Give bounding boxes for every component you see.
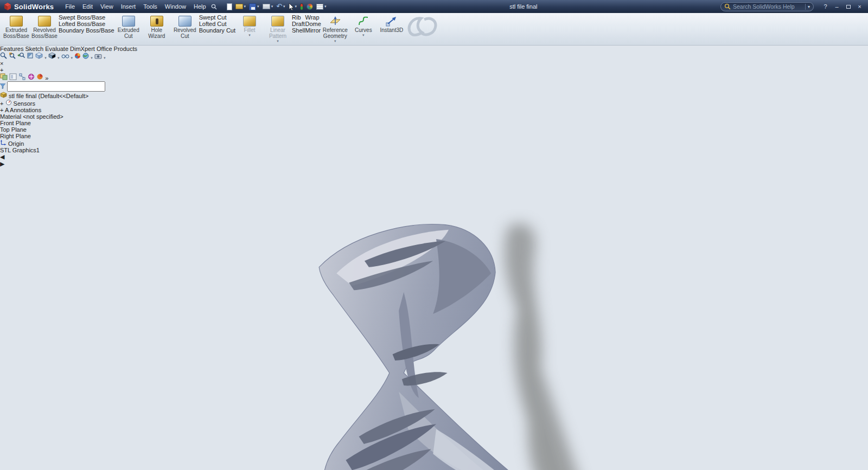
tree-item-material[interactable]: Material <not specified> [0, 113, 868, 120]
menu-tools[interactable]: Tools [139, 3, 161, 10]
tree-item-origin[interactable]: Origin [0, 139, 868, 147]
dropdown-icon[interactable]: ▾ [334, 40, 336, 42]
swept-cut-button[interactable]: Swept Cut [199, 14, 235, 21]
help-button[interactable]: ? [820, 3, 831, 11]
tree-horizontal-scrollbar[interactable]: ◀ ▶ [0, 153, 868, 168]
hole-wizard-button[interactable]: Hole Wizard [143, 14, 171, 44]
maximize-button[interactable] [843, 3, 853, 11]
zoom-to-area-button[interactable] [9, 54, 17, 60]
scroll-left-icon[interactable]: ◀ [0, 153, 4, 160]
tree-item-stl-graphics[interactable]: STL Graphics1 [0, 147, 868, 153]
extruded-boss-base-button[interactable]: Extruded Boss/Base [2, 14, 30, 44]
tree-item-sensors[interactable]: + Sensors [0, 99, 868, 107]
previous-view-button[interactable] [17, 54, 27, 60]
undo-button[interactable]: ↶▾ [276, 4, 285, 9]
tree-item-annotations[interactable]: + A Annotations [0, 107, 868, 113]
boundary-cut-button[interactable]: Boundary Cut [199, 27, 235, 34]
tree-root-item[interactable]: stl file final (Default<<Default> [0, 92, 868, 99]
view-orientation-button[interactable]: ▾ [35, 54, 48, 60]
menu-view[interactable]: View [97, 3, 117, 10]
edit-appearance-button[interactable] [307, 3, 313, 10]
mirror-button[interactable]: Mirror [305, 27, 321, 34]
tree-item-top-plane[interactable]: Top Plane [0, 126, 868, 133]
dropdown-icon[interactable]: ▾ [295, 4, 297, 9]
revolved-boss-base-button[interactable]: Revolved Boss/Base [30, 14, 59, 44]
menu-window[interactable]: Window [161, 3, 190, 10]
new-document-button[interactable] [227, 3, 232, 10]
save-button[interactable]: ▾ [249, 3, 259, 10]
open-button[interactable]: ▾ [235, 4, 246, 9]
tree-item-front-plane[interactable]: Front Plane [0, 120, 868, 126]
featuremanager-tab[interactable] [0, 75, 9, 81]
configurationmanager-tab[interactable] [18, 75, 28, 81]
graphics-viewport[interactable]: Z Y [0, 168, 868, 470]
linear-pattern-button[interactable]: Linear Pattern ▾ [264, 14, 292, 44]
boundary-boss-base-button[interactable]: Boundary Boss/Base [59, 27, 114, 34]
view-settings-button[interactable]: ▾ [94, 54, 106, 60]
dropdown-icon[interactable]: ▾ [248, 34, 251, 36]
dropdown-icon[interactable]: ▾ [44, 56, 47, 60]
dropdown-icon[interactable]: ▾ [91, 56, 93, 60]
minimize-button[interactable]: – [832, 3, 842, 11]
revolved-cut-button[interactable]: Revolved Cut [171, 14, 199, 44]
tab-office-products[interactable]: Office Products [97, 46, 137, 52]
display-style-button[interactable]: ▾ [48, 54, 61, 60]
dropdown-icon[interactable]: ▾ [283, 4, 285, 9]
dropdown-icon[interactable]: ▾ [244, 4, 246, 9]
print-button[interactable]: ▾ [263, 4, 273, 9]
edit-appearance-button[interactable] [74, 54, 82, 60]
extruded-cut-button[interactable]: Extruded Cut [114, 14, 143, 44]
expand-icon[interactable]: + [0, 100, 3, 107]
dropdown-icon[interactable]: ▾ [257, 4, 259, 9]
tree-item-right-plane[interactable]: Right Plane [0, 133, 868, 139]
panel-tab-bar: » [0, 73, 868, 81]
tab-features[interactable]: Features [0, 46, 23, 52]
reference-geometry-button[interactable]: Reference Geometry ▾ [321, 14, 349, 44]
options-button[interactable]: ▾ [316, 4, 327, 10]
dropdown-icon[interactable]: ▾ [362, 34, 365, 36]
apply-scene-button[interactable]: ▾ [82, 54, 94, 60]
tab-dimxpert[interactable]: DimXpert [70, 46, 95, 52]
curves-button[interactable]: Curves ▾ [349, 14, 378, 44]
tab-sketch[interactable]: Sketch [25, 46, 43, 52]
menu-help[interactable]: Help [190, 3, 210, 10]
swept-boss-base-button[interactable]: Swept Boss/Base [59, 14, 114, 21]
menu-insert[interactable]: Insert [117, 3, 140, 10]
shell-button[interactable]: Shell [292, 27, 305, 34]
dropdown-icon[interactable]: ▾ [104, 56, 106, 60]
pin-menu-icon[interactable] [211, 4, 217, 10]
zoom-to-fit-button[interactable] [0, 54, 9, 60]
search-dropdown-icon[interactable]: ▾ [808, 4, 810, 9]
hide-show-items-button[interactable]: ▾ [61, 54, 75, 60]
close-button[interactable]: × [854, 3, 865, 11]
expand-icon[interactable]: + [0, 107, 3, 113]
dropdown-icon[interactable]: ▾ [271, 4, 273, 9]
displaymanager-tab[interactable] [36, 75, 45, 81]
rib-button[interactable]: Rib [292, 14, 305, 21]
document-close-button[interactable]: × [0, 60, 3, 67]
dropdown-icon[interactable]: ▾ [324, 4, 327, 9]
propertymanager-tab[interactable] [9, 75, 18, 81]
scroll-right-icon[interactable]: ▶ [0, 160, 4, 167]
fillet-button[interactable]: Fillet ▾ [235, 14, 264, 44]
dimxpertmanager-tab[interactable] [28, 75, 36, 81]
select-button[interactable]: ▾ [289, 3, 297, 10]
wrap-button[interactable]: Wrap [305, 14, 321, 21]
search-input[interactable] [733, 3, 803, 10]
dropdown-icon[interactable]: ▾ [58, 56, 60, 60]
menu-edit[interactable]: Edit [79, 3, 97, 10]
dropdown-icon[interactable]: ▾ [277, 40, 279, 42]
rebuild-button[interactable] [300, 3, 303, 10]
lofted-cut-button[interactable]: Lofted Cut [199, 21, 235, 27]
panel-flyout-icon[interactable]: » [45, 75, 48, 81]
left-toolbar-add-icon[interactable]: + [0, 67, 3, 73]
tree-filter-input[interactable] [7, 81, 105, 92]
dropdown-icon[interactable]: ▾ [71, 56, 73, 60]
draft-button[interactable]: Draft [292, 21, 305, 27]
dome-button[interactable]: Dome [305, 21, 321, 27]
section-view-button[interactable] [27, 54, 35, 60]
tab-evaluate[interactable]: Evaluate [45, 46, 68, 52]
lofted-boss-base-button[interactable]: Lofted Boss/Base [59, 21, 114, 27]
instant3d-button[interactable]: Instant3D [378, 14, 406, 44]
menu-file[interactable]: File [61, 3, 79, 10]
